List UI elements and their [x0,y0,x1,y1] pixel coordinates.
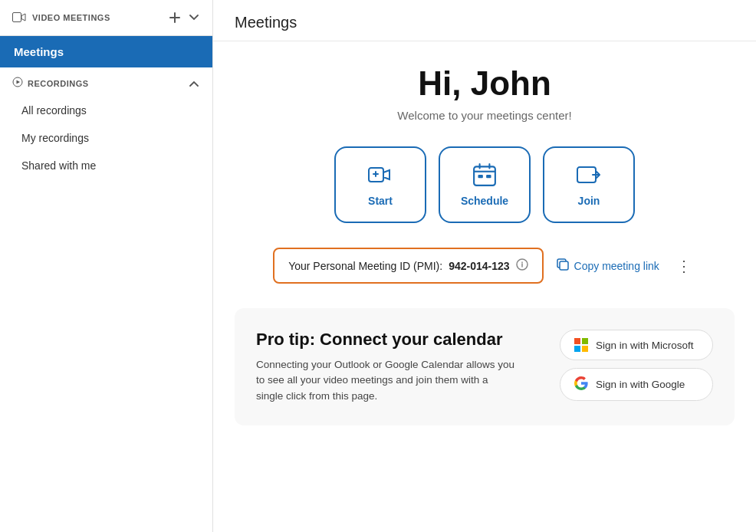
pro-tip-title: Pro tip: Connect your calendar [256,330,544,350]
sidebar-item-meetings[interactable]: Meetings [0,36,212,67]
recordings-icon [12,77,23,90]
copy-icon [556,258,570,274]
recordings-header: RECORDINGS [0,67,212,97]
sidebar-item-all-recordings[interactable]: All recordings [0,97,212,124]
pro-tip-text: Connecting your Outlook or Google Calend… [256,357,517,404]
schedule-label: Schedule [461,195,508,207]
google-logo [574,376,588,392]
recordings-section: RECORDINGS All recordings My recordings … [0,67,212,179]
svg-rect-0 [13,12,21,21]
join-button[interactable]: Join [543,146,635,223]
add-button[interactable] [168,11,182,25]
sidebar-item-my-recordings[interactable]: My recordings [0,124,212,152]
main-content: Meetings Hi, John Welcome to your meetin… [213,0,756,532]
start-button[interactable]: Start [334,146,426,223]
recordings-title: RECORDINGS [28,79,89,88]
start-label: Start [368,195,393,207]
pro-tip-section: Pro tip: Connect your calendar Connectin… [235,308,735,425]
video-camera-icon [12,11,26,25]
meetings-label: Meetings [14,45,64,58]
svg-rect-3 [474,166,495,186]
pmi-box: Your Personal Meeting ID (PMI): 942-014-… [273,248,543,284]
sidebar-header-left: VIDEO MEETINGS [12,11,110,25]
copy-link-label: Copy meeting link [574,260,659,272]
sidebar-header-icons [168,11,200,25]
sign-in-google-label: Sign in with Google [596,379,685,390]
sign-in-microsoft-label: Sign in with Microsoft [596,340,694,351]
welcome-text: Welcome to your meetings center! [397,109,571,122]
sign-in-google-button[interactable]: Sign in with Google [560,368,713,401]
start-icon [368,163,393,187]
sidebar-section-title: VIDEO MEETINGS [32,13,110,22]
pmi-label: Your Personal Meeting ID (PMI): [288,260,442,272]
pmi-value: 942-014-123 [449,260,509,272]
recordings-header-left: RECORDINGS [12,77,89,90]
svg-rect-8 [560,261,568,270]
schedule-button[interactable]: Schedule [439,146,531,223]
svg-rect-5 [486,175,491,178]
svg-rect-4 [478,175,482,178]
sidebar: VIDEO MEETINGS Meetings [0,0,213,532]
pmi-info-icon[interactable] [516,258,528,273]
schedule-icon [472,163,497,187]
main-header: Meetings [213,0,756,41]
copy-meeting-link-button[interactable]: Copy meeting link [556,258,659,274]
pro-tip-right: Sign in with Microsoft Sign in with Goog… [560,330,713,401]
collapse-button[interactable] [188,13,200,22]
recordings-collapse-button[interactable] [188,79,200,88]
action-buttons-row: Start Schedule [334,146,635,223]
greeting-text: Hi, John [418,64,551,103]
join-icon [577,163,601,187]
join-label: Join [578,195,600,207]
sidebar-header: VIDEO MEETINGS [0,0,212,36]
page-title: Meetings [235,14,735,31]
sidebar-item-shared-with-me[interactable]: Shared with me [0,152,212,179]
sign-in-microsoft-button[interactable]: Sign in with Microsoft [560,330,713,360]
microsoft-logo [574,338,588,352]
main-body: Hi, John Welcome to your meetings center… [213,41,756,448]
pro-tip-left: Pro tip: Connect your calendar Connectin… [256,330,544,404]
pmi-section: Your Personal Meeting ID (PMI): 942-014-… [273,248,696,284]
more-options-button[interactable]: ⋮ [672,255,696,277]
